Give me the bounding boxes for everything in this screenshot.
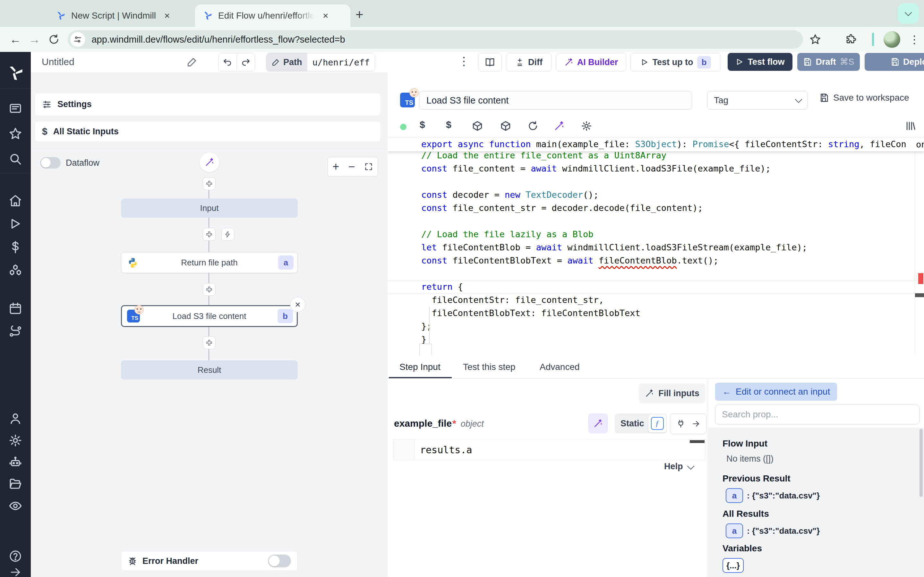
fullscreen-button[interactable] [364, 162, 373, 171]
save-to-workspace-button[interactable]: Save to workspace [819, 93, 909, 103]
add-trigger-button[interactable] [221, 228, 234, 241]
url-bar[interactable]: app.windmill.dev/flows/edit/u/henri/effo… [68, 30, 803, 49]
ai-wand-icon[interactable] [554, 121, 565, 131]
sidebar-expand-button[interactable] [0, 566, 31, 577]
sidebar-item-apps[interactable] [0, 102, 31, 115]
tag-select[interactable]: Tag [707, 91, 808, 110]
flow-ai-button[interactable] [199, 152, 220, 172]
zoom-in-button[interactable]: + [333, 160, 339, 173]
sidebar-item-home[interactable] [0, 194, 31, 207]
node-step-b-selected[interactable]: TS Load S3 file content b [121, 305, 298, 327]
connect-input-group[interactable] [670, 414, 706, 434]
plus-icon [206, 286, 213, 293]
edit-or-connect-button[interactable]: ← Edit or connect an input [715, 383, 837, 401]
path-chip[interactable]: Path u/henri/eff [266, 53, 375, 71]
all-static-inputs-card[interactable]: $ All Static Inputs [35, 121, 381, 142]
result-key-badge[interactable]: a [726, 524, 743, 538]
sidebar-item-runs[interactable] [0, 217, 31, 230]
result-key-badge[interactable]: a [726, 488, 743, 503]
sidebar-item-help[interactable] [0, 550, 31, 562]
node-input[interactable]: Input [121, 198, 298, 218]
variables-icon[interactable]: $ [446, 119, 451, 130]
save-icon [803, 57, 812, 66]
zoom-out-button[interactable]: − [349, 160, 355, 173]
node-result[interactable]: Result [121, 360, 298, 380]
sidebar-item-workers[interactable] [0, 456, 31, 469]
redo-icon [241, 57, 250, 67]
package-icon[interactable] [500, 121, 511, 131]
sidebar-item-search[interactable] [0, 152, 31, 166]
back-button[interactable]: ← [6, 33, 25, 46]
tab-test-this-step[interactable]: Test this step [463, 356, 515, 378]
library-icon[interactable] [905, 121, 916, 131]
step-name-input[interactable]: Load S3 file content [419, 91, 692, 110]
flow-settings-card[interactable]: Settings [35, 93, 381, 116]
test-flow-label: Test flow [748, 57, 784, 67]
fill-inputs-button[interactable]: Fill inputs [639, 384, 706, 403]
sidebar-item-folders[interactable] [0, 477, 31, 491]
site-info-icon[interactable] [70, 32, 85, 47]
error-handler-toggle[interactable] [268, 554, 291, 567]
code-editor[interactable]: // Load the entire file_content as a Uin… [388, 138, 924, 355]
sidebar-item-flows[interactable] [0, 325, 31, 338]
help-toggle[interactable]: Help [664, 462, 693, 472]
add-step-button[interactable] [203, 283, 216, 296]
edit-title-button[interactable] [187, 56, 198, 67]
variables-badge[interactable]: {...} [722, 558, 744, 573]
typescript-icon: TS [127, 309, 140, 322]
node-step-a[interactable]: Return file path a [121, 252, 298, 273]
result-value: : {"s3":"data.csv"} [747, 491, 820, 501]
function-mode-segment[interactable]: ƒ [648, 414, 667, 433]
add-step-button[interactable] [203, 228, 216, 241]
sidebar-item-user[interactable] [0, 412, 31, 425]
tab-close-icon[interactable]: × [323, 10, 328, 21]
undo-button[interactable] [218, 53, 237, 71]
delete-step-button[interactable]: × [290, 297, 305, 312]
profile-avatar[interactable] [884, 31, 900, 48]
tab-search-button[interactable] [898, 3, 919, 24]
scrollbar-thumb[interactable] [919, 429, 923, 497]
more-menu-button[interactable]: ⋮ [458, 55, 470, 68]
deploy-button[interactable]: Deploy [865, 53, 924, 71]
ai-builder-button[interactable]: AI Builder [556, 53, 626, 71]
sidebar-item-audit-logs[interactable] [0, 499, 31, 513]
reload-button[interactable] [44, 34, 63, 45]
sidebar-item-favorites[interactable] [0, 127, 31, 140]
dataflow-toggle[interactable] [40, 157, 61, 169]
test-flow-button[interactable]: Test flow [728, 53, 792, 71]
browser-tab-inactive[interactable]: New Script | Windmill × [48, 5, 207, 27]
scrollbar-thumb[interactable] [915, 293, 924, 297]
forward-button[interactable]: → [25, 33, 44, 46]
windmill-logo[interactable] [0, 65, 31, 81]
tab-close-icon[interactable]: × [164, 10, 170, 21]
arrow-right-icon [692, 420, 700, 428]
assets-icon[interactable]: $ [420, 119, 425, 130]
search-prop-input[interactable] [715, 405, 919, 424]
input-mode-toggle[interactable]: Static ƒ [615, 414, 667, 434]
docs-button[interactable] [478, 53, 502, 71]
tab-step-input[interactable]: Step Input [399, 356, 441, 378]
browser-tab-active[interactable]: Edit Flow u/henri/effortless_fl × [195, 5, 351, 27]
expression-value: results.a [415, 440, 472, 460]
bookmark-button[interactable] [806, 34, 825, 45]
sidebar-item-resources[interactable] [0, 263, 31, 277]
diff-button[interactable]: Diff [506, 53, 552, 71]
field-ai-button[interactable] [588, 414, 608, 434]
add-step-button[interactable] [203, 177, 216, 190]
browser-menu-button[interactable]: ⋮ [905, 33, 924, 46]
sidebar-item-schedules[interactable] [0, 301, 31, 315]
expression-editor[interactable]: results.a [393, 439, 706, 460]
extensions-button[interactable] [842, 34, 861, 45]
package-icon[interactable] [472, 121, 483, 131]
new-tab-button[interactable]: + [355, 7, 363, 23]
editor-settings-icon[interactable] [581, 121, 592, 131]
sidebar-item-settings[interactable] [0, 434, 31, 447]
error-handler-card[interactable]: Error Handler [121, 551, 298, 571]
redo-button[interactable] [237, 53, 255, 71]
reload-icon[interactable] [527, 121, 538, 131]
tab-advanced[interactable]: Advanced [540, 356, 580, 378]
draft-button[interactable]: Draft⌘S [797, 53, 860, 71]
add-step-button[interactable] [203, 336, 216, 349]
sidebar-item-variables[interactable] [0, 240, 31, 254]
test-up-to-button[interactable]: Test up tob [630, 53, 721, 71]
